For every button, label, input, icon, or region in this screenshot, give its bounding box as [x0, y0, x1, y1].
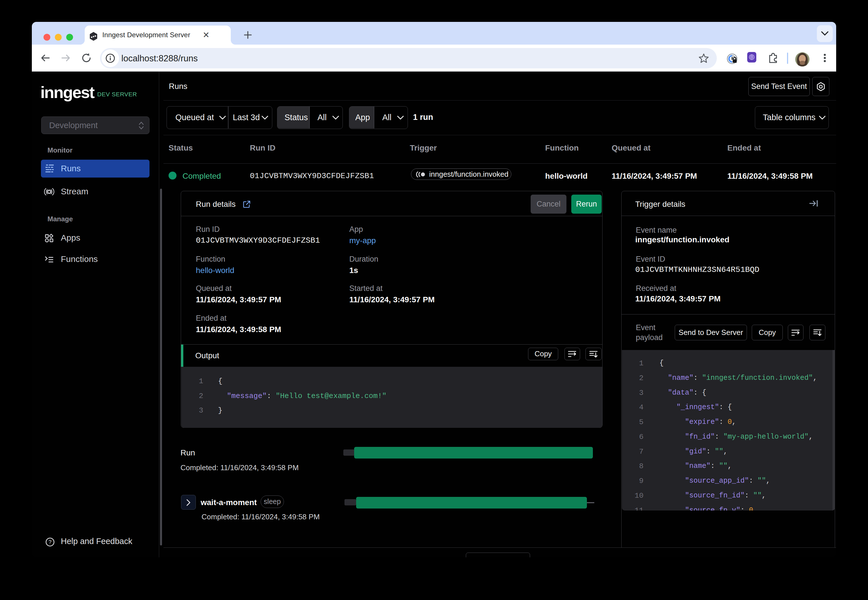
- svg-text:?: ?: [49, 539, 52, 545]
